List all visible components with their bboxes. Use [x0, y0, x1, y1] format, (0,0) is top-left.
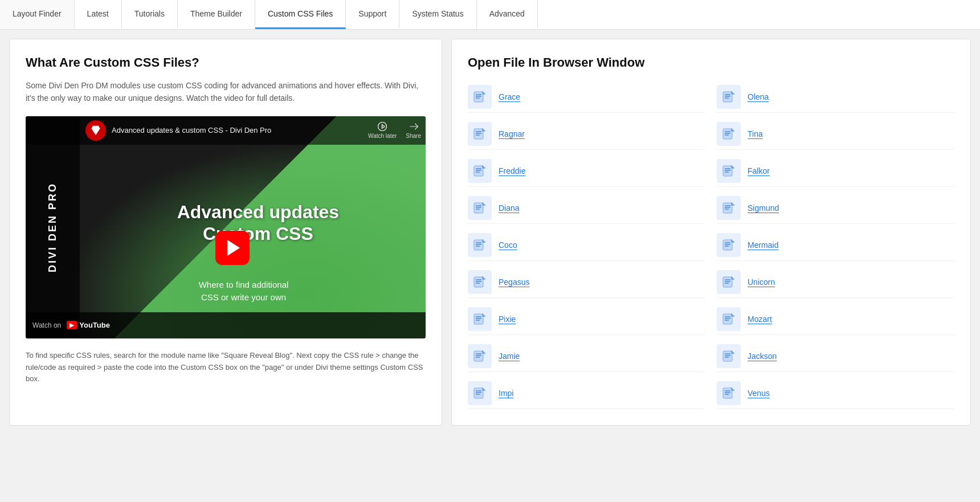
left-panel-title: What Are Custom CSS Files? — [26, 55, 426, 70]
video-subtitle: Where to find additionalCSS or write you… — [199, 279, 289, 304]
file-icon-ragnar — [468, 122, 492, 146]
svg-rect-49 — [474, 314, 483, 324]
file-icon-venus — [717, 381, 741, 405]
video-bottom-bar: Watch on ▶ YouTube — [26, 312, 426, 338]
file-item-mermaid[interactable]: Mermaid — [717, 230, 954, 261]
tab-system-status[interactable]: System Status — [399, 0, 476, 29]
files-grid: Grace Olena Ragnar Tina — [468, 81, 954, 409]
svg-rect-13 — [723, 129, 732, 139]
file-item-unicorn[interactable]: Unicorn — [717, 267, 954, 298]
left-panel: What Are Custom CSS Files? Some Divi Den… — [9, 39, 442, 426]
file-name-jackson[interactable]: Jackson — [748, 352, 777, 361]
file-name-mermaid[interactable]: Mermaid — [748, 240, 778, 250]
file-name-olena[interactable]: Olena — [748, 92, 769, 101]
youtube-text: YouTube — [79, 321, 110, 329]
file-name-tina[interactable]: Tina — [748, 129, 763, 138]
file-item-ragnar[interactable]: Ragnar — [468, 119, 705, 150]
file-name-mozart[interactable]: Mozart — [748, 315, 772, 324]
file-item-mozart[interactable]: Mozart — [717, 304, 954, 335]
file-name-jamie[interactable]: Jamie — [499, 352, 520, 361]
share-label: Share — [406, 133, 421, 139]
file-name-ragnar[interactable]: Ragnar — [499, 129, 525, 138]
file-name-freddie[interactable]: Freddie — [499, 166, 525, 176]
file-name-pixie[interactable]: Pixie — [499, 315, 516, 324]
file-name-sigmund[interactable]: Sigmund — [748, 203, 779, 213]
svg-rect-9 — [474, 129, 483, 139]
file-icon-grace — [468, 85, 492, 109]
share-button[interactable]: Share — [406, 121, 421, 139]
svg-rect-1 — [474, 92, 483, 102]
video-main-text: Advanced updatesCustom CSS — [177, 201, 340, 245]
file-item-impi[interactable]: Impi — [468, 378, 705, 409]
file-icon-jackson — [717, 344, 741, 368]
file-icon-impi — [468, 381, 492, 405]
play-triangle-icon — [227, 240, 240, 256]
video-controls: Watch later Share — [368, 121, 421, 139]
file-name-impi[interactable]: Impi — [499, 389, 513, 398]
main-content: What Are Custom CSS Files? Some Divi Den… — [0, 30, 980, 435]
file-name-pegasus[interactable]: Pegasus — [499, 277, 529, 287]
youtube-logo[interactable]: ▶ YouTube — [67, 321, 110, 329]
watch-on-text: Watch on — [32, 321, 61, 329]
file-icon-diana — [468, 196, 492, 220]
right-panel-title: Open File In Browser Window — [468, 55, 954, 70]
file-item-tina[interactable]: Tina — [717, 119, 954, 150]
svg-rect-29 — [723, 203, 732, 213]
file-icon-pixie — [468, 307, 492, 331]
svg-rect-61 — [723, 351, 732, 361]
file-icon-pegasus — [468, 270, 492, 294]
svg-rect-37 — [723, 240, 732, 250]
file-item-grace[interactable]: Grace — [468, 81, 705, 113]
file-item-coco[interactable]: Coco — [468, 230, 705, 261]
file-item-jamie[interactable]: Jamie — [468, 341, 705, 372]
svg-rect-41 — [474, 277, 483, 287]
svg-rect-65 — [474, 388, 483, 398]
file-item-venus[interactable]: Venus — [717, 378, 954, 409]
file-item-olena[interactable]: Olena — [717, 81, 954, 113]
file-icon-tina — [717, 122, 741, 146]
watch-later-button[interactable]: Watch later — [368, 121, 397, 139]
svg-rect-21 — [723, 166, 732, 176]
file-icon-unicorn — [717, 270, 741, 294]
file-item-pixie[interactable]: Pixie — [468, 304, 705, 335]
youtube-icon: ▶ — [67, 321, 77, 329]
tab-support[interactable]: Support — [346, 0, 399, 29]
file-icon-jamie — [468, 344, 492, 368]
video-brand-text: DIVI DEN PRO — [47, 182, 59, 272]
channel-icon — [85, 120, 106, 141]
tab-advanced[interactable]: Advanced — [477, 0, 538, 29]
file-item-jackson[interactable]: Jackson — [717, 341, 954, 372]
file-name-grace[interactable]: Grace — [499, 92, 520, 101]
tab-latest[interactable]: Latest — [75, 0, 122, 29]
video-top-bar: Advanced updates & custom CSS - Divi Den… — [26, 116, 426, 145]
file-icon-falkor — [717, 159, 741, 183]
tab-custom-css-files[interactable]: Custom CSS Files — [255, 0, 346, 29]
video-brand-bar: DIVI DEN PRO — [26, 116, 80, 338]
tab-bar: Layout FinderLatestTutorialsTheme Builde… — [0, 0, 980, 30]
file-item-falkor[interactable]: Falkor — [717, 156, 954, 187]
watch-later-label: Watch later — [368, 133, 397, 139]
tab-layout-finder[interactable]: Layout Finder — [0, 0, 75, 29]
left-panel-description: Some Divi Den Pro DM modules use custom … — [26, 79, 426, 105]
tab-tutorials[interactable]: Tutorials — [122, 0, 178, 29]
file-name-diana[interactable]: Diana — [499, 203, 520, 213]
svg-rect-53 — [723, 314, 732, 324]
play-button[interactable] — [215, 231, 250, 265]
file-item-diana[interactable]: Diana — [468, 193, 705, 224]
tab-theme-builder[interactable]: Theme Builder — [178, 0, 255, 29]
file-icon-mozart — [717, 307, 741, 331]
svg-rect-5 — [723, 92, 732, 102]
file-name-venus[interactable]: Venus — [748, 389, 770, 398]
file-name-coco[interactable]: Coco — [499, 240, 517, 250]
video-container[interactable]: DIVI DEN PRO Advanced updates & custom C… — [26, 116, 426, 338]
file-item-freddie[interactable]: Freddie — [468, 156, 705, 187]
file-name-falkor[interactable]: Falkor — [748, 166, 770, 176]
file-icon-coco — [468, 233, 492, 257]
file-item-sigmund[interactable]: Sigmund — [717, 193, 954, 224]
file-item-pegasus[interactable]: Pegasus — [468, 267, 705, 298]
file-name-unicorn[interactable]: Unicorn — [748, 277, 775, 287]
file-icon-mermaid — [717, 233, 741, 257]
right-panel: Open File In Browser Window Grace Olena … — [451, 39, 971, 426]
svg-rect-33 — [474, 240, 483, 250]
file-icon-sigmund — [717, 196, 741, 220]
